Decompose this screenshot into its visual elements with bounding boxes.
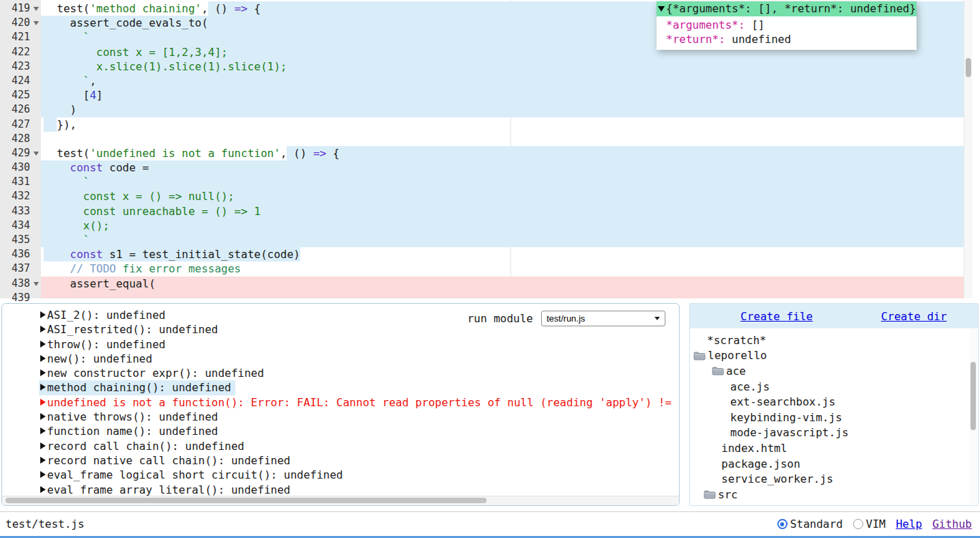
test-result-item[interactable]: eval_frame array_literal(): undefined	[2, 483, 679, 497]
test-result-item[interactable]: new(): undefined	[2, 352, 679, 366]
code-line[interactable]: const s1 = test_initial_state(code)	[41, 247, 964, 261]
radio-selected-icon[interactable]	[777, 519, 788, 529]
editor-scrollbar-thumb[interactable]	[966, 58, 971, 77]
line-number[interactable]: 435	[0, 233, 41, 247]
test-results-hscrollbar[interactable]	[2, 496, 679, 505]
create-file-link[interactable]: Create file	[740, 310, 813, 323]
line-number[interactable]: 433	[0, 204, 41, 218]
file-tree-file[interactable]: keybinding-vim.js	[690, 410, 969, 425]
radio-unselected-icon[interactable]	[853, 519, 863, 529]
file-tree-file[interactable]: mode-javascript.js	[690, 425, 969, 441]
code-line[interactable]: `	[41, 233, 964, 247]
line-number[interactable]: 428	[0, 132, 41, 146]
line-number[interactable]: 434	[0, 218, 41, 233]
triangle-right-icon[interactable]	[40, 471, 46, 478]
file-tree-file[interactable]: package.json	[690, 456, 969, 472]
line-number[interactable]: 423	[0, 59, 41, 74]
code-line[interactable]	[41, 132, 964, 146]
file-tree-file[interactable]: service_worker.js	[690, 471, 969, 487]
keybinding-standard-option[interactable]: Standard	[777, 518, 843, 530]
create-dir-link[interactable]: Create dir	[881, 310, 947, 323]
code-line[interactable]: // TODO fix error messages	[41, 261, 964, 276]
file-tree-scrollbar-thumb[interactable]	[970, 362, 976, 430]
keybinding-vim-option[interactable]: VIM	[853, 518, 886, 530]
file-tree-file[interactable]: ace.js	[690, 379, 969, 395]
code-editor[interactable]: 4194204214224234244254264274284294304314…	[0, 0, 980, 298]
triangle-right-icon[interactable]	[40, 355, 46, 362]
triangle-right-icon[interactable]	[40, 427, 46, 434]
code-line[interactable]: x.slice(1).slice(1).slice(1);	[41, 59, 964, 74]
line-number[interactable]: 437	[0, 261, 41, 276]
test-result-item[interactable]: throw(): undefined	[2, 337, 679, 352]
help-link[interactable]: Help	[896, 518, 923, 530]
test-result-item[interactable]: function name(): undefined	[2, 424, 679, 438]
line-number[interactable]: 426	[0, 102, 41, 117]
test-result-text: method chaining(): undefined	[47, 381, 231, 394]
value-key: *arguments*:	[666, 18, 745, 31]
code-line[interactable]: assert_equal(	[41, 277, 964, 291]
code-line[interactable]: x();	[41, 218, 964, 233]
line-number[interactable]: 438	[0, 277, 41, 291]
line-number[interactable]: 427	[0, 117, 41, 132]
code-line[interactable]: `	[41, 175, 964, 189]
code-line[interactable]: const code =	[41, 160, 964, 175]
test-result-item[interactable]: undefined is not a function(): Error: FA…	[2, 395, 679, 410]
code-line[interactable]: test('undefined is not a function', () =…	[41, 146, 964, 160]
file-tree-folder[interactable]: src	[690, 487, 969, 502]
code-line[interactable]: [4]	[41, 88, 964, 102]
file-tree-folder[interactable]: leporello	[690, 348, 969, 364]
line-number[interactable]: 420	[0, 16, 41, 30]
run-module-select[interactable]: test/run.js	[541, 311, 665, 326]
collapse-triangle-icon[interactable]	[658, 6, 665, 12]
line-number[interactable]: 431	[0, 175, 41, 189]
triangle-right-icon[interactable]	[40, 341, 46, 348]
line-number[interactable]: 424	[0, 74, 41, 88]
triangle-right-icon[interactable]	[40, 413, 46, 420]
value-inspector-header[interactable]: {*arguments*: [], *return*: undefined}	[657, 1, 917, 16]
file-tree-file[interactable]: ast_utils.js	[690, 502, 969, 505]
file-tree-file[interactable]: ext-searchbox.js	[690, 394, 969, 410]
line-number[interactable]: 421	[0, 30, 41, 44]
line-number[interactable]: 425	[0, 88, 41, 102]
code-line[interactable]: const unreachable = () => 1	[41, 204, 964, 218]
test-results-hscrollbar-thumb[interactable]	[5, 498, 487, 503]
test-result-text: new(): undefined	[47, 352, 152, 365]
triangle-right-icon[interactable]	[40, 442, 46, 449]
github-link[interactable]: Github	[932, 518, 972, 530]
test-result-item[interactable]: eval_frame logical short circuit(): unde…	[2, 468, 679, 482]
code-line[interactable]: )	[41, 102, 964, 117]
line-number[interactable]: 419	[0, 1, 41, 16]
line-number[interactable]: 436	[0, 247, 41, 261]
fold-arrow-icon[interactable]	[33, 282, 39, 286]
value-row[interactable]: *arguments*: []	[666, 18, 911, 32]
code-line[interactable]: }),	[41, 117, 964, 132]
line-number[interactable]: 422	[0, 45, 41, 59]
test-result-item[interactable]: record call chain(): undefined	[2, 439, 679, 453]
triangle-right-icon[interactable]	[40, 384, 46, 391]
value-row[interactable]: *return*: undefined	[666, 32, 911, 46]
line-number[interactable]: 429	[0, 146, 41, 160]
test-result-item[interactable]: native throws(): undefined	[2, 410, 679, 424]
file-tree-folder[interactable]: ace	[690, 363, 969, 379]
triangle-right-icon[interactable]	[40, 311, 46, 318]
line-number[interactable]: 430	[0, 160, 41, 175]
triangle-right-icon[interactable]	[40, 326, 46, 332]
editor-scrollbar[interactable]	[964, 0, 972, 298]
file-tree-file[interactable]: index.html	[690, 440, 969, 456]
code-line[interactable]: `,	[41, 74, 964, 88]
line-number[interactable]: 432	[0, 189, 41, 203]
test-result-item[interactable]: record native call chain(): undefined	[2, 453, 679, 468]
triangle-right-icon[interactable]	[40, 486, 46, 493]
fold-arrow-icon[interactable]	[33, 7, 39, 11]
test-result-item[interactable]: method chaining(): undefined	[2, 380, 679, 395]
test-result-item[interactable]: new constructor expr(): undefined	[2, 366, 679, 380]
file-tree-scrollbar[interactable]	[969, 329, 977, 505]
fold-arrow-icon[interactable]	[33, 21, 39, 25]
code-line[interactable]	[41, 291, 964, 298]
triangle-right-icon[interactable]	[40, 457, 46, 464]
triangle-right-icon[interactable]	[40, 369, 46, 376]
triangle-right-icon[interactable]	[40, 399, 46, 406]
file-tree-file[interactable]: *scratch*	[690, 332, 969, 348]
code-line[interactable]: const x = () => null();	[41, 189, 964, 203]
fold-arrow-icon[interactable]	[33, 152, 39, 156]
